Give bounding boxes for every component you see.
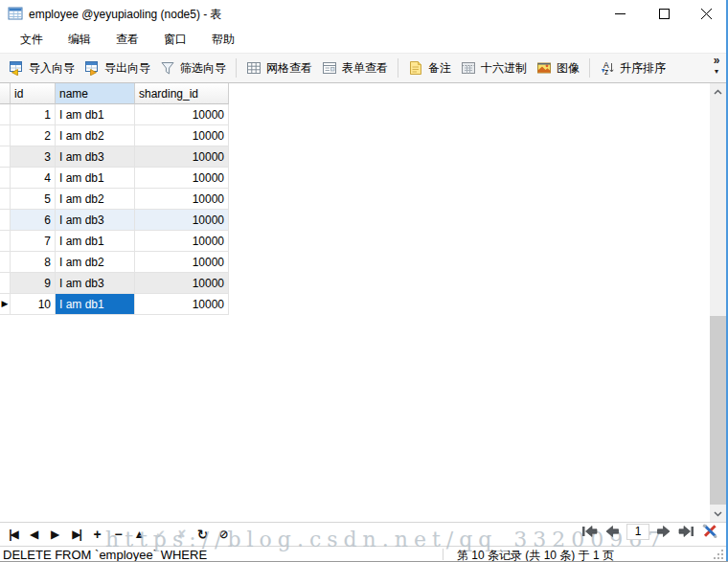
cell-id[interactable]: 10: [11, 294, 56, 315]
import-wizard-button[interactable]: 导入向导: [4, 57, 80, 79]
filter-wizard-button[interactable]: 筛选向导: [155, 57, 231, 79]
sql-statement-text: DELETE FROM `employee` WHERE: [3, 548, 228, 562]
cell-sharding-id[interactable]: 10000: [135, 273, 229, 294]
scrollbar-thumb[interactable]: [710, 316, 726, 505]
first-record-button[interactable]: |◀: [7, 528, 19, 540]
refresh-button[interactable]: ↻: [196, 528, 209, 541]
cancel-edit-button[interactable]: ✘: [175, 528, 188, 540]
cell-name[interactable]: I am db3: [56, 273, 135, 294]
row-selector[interactable]: [0, 104, 11, 125]
cell-id[interactable]: 9: [11, 273, 56, 294]
cell-id[interactable]: 2: [11, 125, 56, 146]
table-body: 1I am db1100002I am db2100003I am db3100…: [0, 104, 229, 315]
export-wizard-button[interactable]: 导出向导: [80, 57, 155, 79]
chevron-double-right-icon: »: [714, 55, 720, 66]
table-row: 6I am db310000: [0, 210, 229, 231]
image-button[interactable]: 图像: [532, 57, 584, 79]
row-selector[interactable]: [0, 125, 11, 146]
table-row: 9I am db310000: [0, 273, 229, 294]
delete-record-button[interactable]: −: [112, 528, 125, 541]
cell-id[interactable]: 5: [11, 189, 56, 210]
row-selector[interactable]: ▶: [0, 294, 11, 315]
close-button[interactable]: [690, 0, 722, 27]
cell-name[interactable]: I am db3: [56, 210, 135, 231]
next-page-icon[interactable]: [656, 525, 671, 538]
cell-name[interactable]: I am db2: [56, 125, 135, 146]
tools-icon[interactable]: [701, 523, 718, 540]
cell-id[interactable]: 1: [11, 104, 56, 125]
cell-sharding-id[interactable]: 10000: [135, 168, 229, 189]
grid-corner-cell[interactable]: [0, 83, 11, 104]
scroll-down-arrow-icon[interactable]: [710, 506, 726, 522]
menu-window[interactable]: 窗口: [151, 28, 199, 52]
page-number-input[interactable]: 1: [626, 524, 649, 540]
cell-name[interactable]: I am db3: [56, 146, 135, 168]
first-page-icon[interactable]: [581, 525, 598, 538]
row-selector[interactable]: [0, 210, 11, 231]
cell-sharding-id[interactable]: 10000: [135, 125, 229, 146]
page-navigation: 1: [581, 523, 718, 540]
form-view-icon: [322, 60, 337, 76]
sort-ascending-button[interactable]: A z 升序排序: [595, 57, 671, 79]
column-header-sharding-id[interactable]: sharding_id: [135, 83, 229, 104]
scroll-up-arrow-icon[interactable]: [710, 83, 726, 100]
minimize-button[interactable]: [603, 0, 636, 27]
cell-name[interactable]: I am db2: [56, 252, 135, 273]
toolbar-overflow-button[interactable]: » ▾: [709, 55, 724, 83]
grid-view-button[interactable]: 网格查看: [241, 57, 317, 79]
cell-sharding-id[interactable]: 10000: [135, 294, 229, 315]
chevron-down-icon: ▾: [715, 68, 718, 76]
import-wizard-icon: [9, 60, 24, 76]
cell-sharding-id[interactable]: 10000: [135, 210, 229, 231]
menu-view[interactable]: 查看: [103, 28, 151, 52]
cell-id[interactable]: 8: [11, 252, 56, 273]
cell-id[interactable]: 6: [11, 210, 56, 231]
toolbar-separator: [589, 58, 590, 78]
cell-sharding-id[interactable]: 10000: [135, 189, 229, 210]
cell-sharding-id[interactable]: 10000: [135, 146, 229, 168]
cell-id[interactable]: 7: [11, 231, 56, 252]
previous-record-button[interactable]: ◀: [28, 528, 40, 540]
cell-name[interactable]: I am db1: [56, 104, 135, 125]
row-selector[interactable]: [0, 231, 11, 252]
menu-edit[interactable]: 编辑: [56, 28, 103, 52]
next-record-button[interactable]: ▶: [49, 528, 61, 540]
cell-name[interactable]: I am db1: [56, 231, 135, 252]
vertical-scrollbar[interactable]: [710, 83, 726, 522]
row-selector[interactable]: [0, 273, 11, 294]
menu-help[interactable]: 帮助: [199, 28, 247, 52]
cell-name[interactable]: I am db1: [56, 294, 135, 315]
cell-name[interactable]: I am db1: [56, 168, 135, 189]
memo-button[interactable]: 备注: [403, 57, 456, 79]
row-selector[interactable]: [0, 146, 11, 168]
apply-edit-button[interactable]: ✔: [154, 528, 167, 540]
cell-sharding-id[interactable]: 10000: [135, 231, 229, 252]
stop-button[interactable]: ⊘: [217, 528, 230, 540]
cell-id[interactable]: 4: [11, 168, 56, 189]
cell-id[interactable]: 3: [11, 146, 56, 168]
last-page-icon[interactable]: [678, 525, 694, 538]
status-bar: DELETE FROM `employee` WHERE 第 10 条记录 (共…: [0, 546, 728, 562]
menu-file[interactable]: 文件: [8, 28, 56, 52]
cell-sharding-id[interactable]: 10000: [135, 252, 229, 273]
last-record-button[interactable]: ▶|: [70, 528, 82, 540]
data-grid: id name sharding_id 1I am db1100002I am …: [0, 83, 229, 315]
previous-page-icon[interactable]: [604, 525, 620, 538]
cell-name[interactable]: I am db2: [56, 189, 135, 210]
maximize-button[interactable]: [648, 0, 680, 27]
column-header-name[interactable]: name: [56, 83, 135, 104]
column-header-id[interactable]: id: [11, 83, 56, 104]
post-edit-button[interactable]: ▲: [133, 528, 146, 540]
table-row: 5I am db210000: [0, 189, 229, 210]
table-row: 1I am db110000: [0, 104, 229, 125]
row-selector[interactable]: [0, 252, 11, 273]
row-selector[interactable]: [0, 168, 11, 189]
cell-sharding-id[interactable]: 10000: [135, 104, 229, 125]
add-record-button[interactable]: +: [91, 528, 103, 541]
table-window-icon: [8, 6, 23, 21]
table-row: 3I am db310000: [0, 146, 229, 168]
hex-button[interactable]: 十六进制: [456, 57, 532, 79]
row-selector[interactable]: [0, 189, 11, 210]
resize-grip[interactable]: [713, 549, 724, 560]
form-view-button[interactable]: 表单查看: [317, 57, 393, 79]
